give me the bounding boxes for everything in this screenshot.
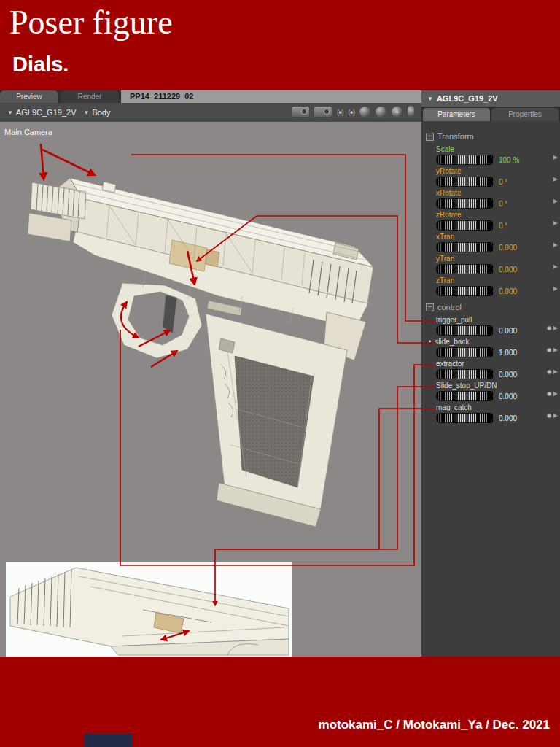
dial-knob[interactable]	[436, 347, 494, 357]
dial-knob[interactable]	[436, 177, 494, 187]
dial-label: zTran	[436, 276, 454, 285]
dial-value[interactable]: 0 °	[499, 222, 508, 230]
dial-value[interactable]: 0.000	[499, 327, 517, 335]
visibility-eye-icon[interactable]: ◉	[547, 347, 552, 353]
dial-knob[interactable]	[436, 369, 494, 379]
group-header-transform[interactable]: −Transform	[421, 127, 560, 144]
dial-ytran: yTran0.000▶	[421, 254, 560, 276]
dial-knob[interactable]	[436, 155, 494, 165]
dial-label: slide_back	[435, 338, 469, 346]
trackball-icon[interactable]	[359, 107, 370, 117]
dial-knob[interactable]	[436, 286, 494, 296]
dial-xrotate: xRotate0 °▶	[421, 188, 560, 210]
page-subtitle: Dials.	[12, 53, 560, 77]
visibility-eye-icon[interactable]: ◉	[547, 391, 552, 397]
figure-dropdown-label: AGL9C_G19_2V	[16, 108, 77, 117]
dial-menu-arrow-icon[interactable]: ▶	[553, 264, 558, 270]
dial-label: yTran	[436, 255, 454, 263]
dial-zrotate: zRotate0 °▶	[421, 210, 560, 232]
dial-slide_stop_up/dn: Slide_stop_UP/DN0.000◉▶	[421, 381, 560, 403]
visibility-eye-icon[interactable]: ◉	[547, 369, 552, 375]
dial-xtran: xTran0.000▶	[421, 232, 560, 254]
poser-window: Preview Render PP14 211229 02 ▼ AGL9C_G1…	[0, 90, 560, 657]
dial-value[interactable]: 0.000	[499, 266, 517, 274]
dial-label: mag_catch	[436, 403, 472, 411]
tab-properties[interactable]: Properties	[491, 108, 559, 121]
dial-extractor: extractor0.000◉▶	[421, 359, 560, 381]
group-header-control[interactable]: −control	[421, 298, 560, 315]
move-icon[interactable]: +	[392, 107, 402, 117]
panel-tabbar: Parameters Properties	[421, 107, 560, 121]
body-dropdown-label: Body	[92, 108, 110, 117]
figure-dropdown[interactable]: ▼ AGL9C_G19_2V	[7, 108, 76, 117]
panel-figure-name: AGL9C_G19_2V	[437, 94, 498, 103]
visibility-eye-icon[interactable]: ◉	[547, 325, 552, 331]
dial-value[interactable]: 0 °	[499, 200, 508, 208]
camera-icon[interactable]	[292, 107, 309, 117]
aperture-icon[interactable]: (●)	[349, 109, 354, 116]
dial-menu-arrow-icon[interactable]: ▶	[553, 369, 558, 375]
hand-icon[interactable]	[408, 106, 414, 118]
camera-label: Main Camera	[4, 128, 52, 136]
camera-icon[interactable]	[314, 107, 332, 117]
dial-menu-arrow-icon[interactable]: ▶	[553, 155, 558, 160]
dial-label: yRotate	[436, 167, 461, 175]
dial-menu-arrow-icon[interactable]: ▶	[553, 347, 558, 353]
visibility-eye-icon[interactable]: ◉	[547, 413, 552, 419]
dropdown-arrow-icon: ▼	[7, 109, 13, 116]
dial-menu-arrow-icon[interactable]: ▶	[553, 220, 558, 226]
page-title: Poser figure	[0, 0, 560, 39]
parameters-panel: ▼ AGL9C_G19_2V Parameters Properties −Tr…	[421, 90, 560, 657]
dial-menu-arrow-icon[interactable]: ▶	[553, 286, 558, 292]
collapse-icon[interactable]: −	[426, 133, 434, 141]
dial-value[interactable]: 0.000	[499, 244, 517, 252]
dial-label: Slide_stop_UP/DN	[436, 382, 497, 390]
tab-parameters[interactable]: Parameters	[423, 108, 490, 121]
dial-mag_catch: mag_catch0.000◉▶	[421, 403, 560, 425]
dial-menu-arrow-icon[interactable]: ▶	[553, 391, 558, 397]
dial-value[interactable]: 0 °	[499, 178, 508, 186]
dial-knob[interactable]	[436, 198, 494, 209]
dial-slide_back: •slide_back1.000◉▶	[421, 337, 560, 359]
rotate-icon[interactable]	[376, 107, 386, 117]
tab-preview[interactable]: Preview	[0, 90, 58, 103]
dial-value[interactable]: 0.000	[499, 287, 517, 295]
dial-label: xRotate	[436, 189, 461, 197]
dial-menu-arrow-icon[interactable]: ▶	[553, 242, 558, 248]
dial-value[interactable]: 100 %	[499, 156, 519, 164]
dial-knob[interactable]	[436, 264, 494, 274]
camera-controls: (●) (●) +	[292, 106, 414, 118]
page: Poser figure Dials. Preview Render PP14 …	[0, 0, 560, 747]
dial-yrotate: yRotate0 °▶	[421, 166, 560, 188]
dial-label: extractor	[436, 360, 464, 368]
dial-value[interactable]: 0.000	[499, 392, 517, 400]
dial-label: zRotate	[436, 211, 461, 219]
collapse-icon[interactable]: −	[426, 303, 434, 311]
dial-menu-arrow-icon[interactable]: ▶	[553, 177, 558, 182]
dial-value[interactable]: 0.000	[499, 371, 517, 379]
dial-value[interactable]: 1.000	[499, 349, 517, 357]
group-name: control	[438, 303, 462, 311]
panel-figure-selector[interactable]: ▼ AGL9C_G19_2V	[421, 90, 560, 107]
tab-render[interactable]: Render	[61, 90, 119, 103]
dial-label: Scale	[436, 145, 454, 153]
viewport-toolbar: ▼ AGL9C_G19_2V ▼ Body (●) (●) +	[0, 103, 421, 123]
dial-knob[interactable]	[436, 413, 494, 423]
dial-knob[interactable]	[436, 325, 494, 336]
dial-label: xTran	[436, 233, 454, 241]
dial-menu-arrow-icon[interactable]: ▶	[553, 198, 558, 204]
aperture-icon[interactable]: (●)	[337, 109, 343, 116]
dial-label: trigger_pull	[436, 316, 472, 324]
group-name: Transform	[438, 132, 474, 141]
dial-knob[interactable]	[436, 391, 494, 401]
dial-menu-arrow-icon[interactable]: ▶	[553, 325, 558, 331]
decor-box	[84, 734, 132, 747]
dial-knob[interactable]	[436, 220, 494, 231]
viewport-tabbar: Preview Render PP14 211229 02	[0, 90, 421, 103]
viewport-canvas[interactable]: Main Camera	[0, 122, 421, 657]
body-dropdown[interactable]: ▼ Body	[83, 108, 110, 117]
dial-trigger_pull: trigger_pull0.000◉▶	[421, 315, 560, 337]
dial-knob[interactable]	[436, 242, 494, 252]
dial-value[interactable]: 0.000	[499, 414, 517, 422]
dial-menu-arrow-icon[interactable]: ▶	[553, 413, 558, 419]
